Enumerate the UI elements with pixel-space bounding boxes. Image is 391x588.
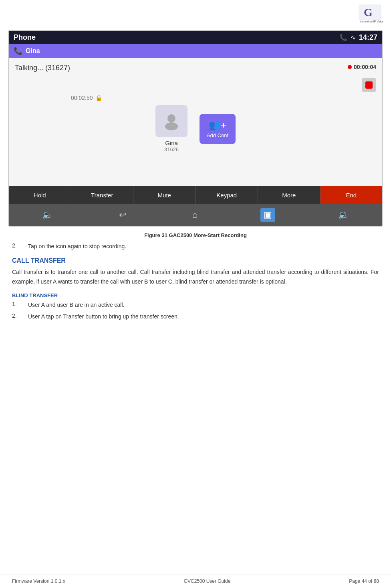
- caller-avatar-box: Gina 31626: [155, 105, 187, 152]
- topbar-right: 📞 ∿ 14:27: [339, 33, 377, 42]
- recording-indicator: 00:00:04: [348, 64, 376, 70]
- caller-name: Gina: [165, 140, 178, 146]
- hold-button[interactable]: Hold: [9, 186, 71, 204]
- back-icon[interactable]: ↩: [116, 208, 129, 222]
- mute-button[interactable]: Mute: [133, 186, 196, 204]
- call-tab-icon: 📞: [14, 47, 22, 55]
- caller-avatar: [155, 105, 187, 137]
- keypad-button[interactable]: Keypad: [196, 186, 258, 204]
- footer-guide: GVC2500 User Guide: [184, 578, 231, 584]
- call-tab[interactable]: 📞 Gina: [9, 44, 382, 58]
- call-icon: 📞: [339, 34, 347, 41]
- svg-point-3: [167, 114, 175, 122]
- step-2-text: Tap on the icon again to stop recording.: [28, 242, 126, 251]
- footer-page: Page 44 of 88: [349, 578, 379, 584]
- logo-wrapper: G Innovative IP Voice & Video: [335, 4, 383, 24]
- volume-down-icon[interactable]: 🔈: [39, 208, 56, 222]
- transfer-button[interactable]: Transfer: [71, 186, 134, 204]
- clock-display: 14:27: [359, 33, 377, 42]
- page-header: G Innovative IP Voice & Video: [0, 0, 391, 26]
- phone-screen: Phone 📞 ∿ 14:27 📞 Gina Talking... (31627…: [8, 30, 383, 227]
- call-content: Talking... (31627) 00:00:04 00:02:50 🔒: [9, 58, 382, 186]
- bottom-nav: 🔈 ↩ ⌂ ▣ 🔉: [9, 204, 382, 226]
- home-icon[interactable]: ⌂: [189, 208, 201, 222]
- call-transfer-paragraph: Call transfer is to transfer one call to…: [12, 268, 379, 287]
- call-transfer-heading: CALL TRANSFER: [12, 257, 379, 264]
- add-conf-icon: 👥+: [209, 120, 226, 131]
- step-2-num: 2.: [12, 242, 28, 251]
- call-timer-row: 00:02:50 🔒: [71, 95, 376, 101]
- call-timer: 00:02:50: [71, 95, 93, 101]
- action-buttons-row: Hold Transfer Mute Keypad More End: [9, 186, 382, 204]
- blind-step-1: 1. User A and user B are in an active ca…: [12, 301, 379, 309]
- page-footer: Firmware Version 1.0.1.x GVC2500 User Gu…: [0, 574, 391, 588]
- phone-title: Phone: [14, 33, 36, 42]
- lock-icon: 🔒: [95, 95, 102, 101]
- blind-step-2: 2. User A tap on Transfer button to brin…: [12, 312, 379, 321]
- footer-firmware: Firmware Version 1.0.1.x: [12, 578, 65, 584]
- caller-number: 31626: [164, 146, 179, 152]
- blind-step-1-num: 1.: [12, 301, 28, 309]
- svg-text:Innovative IP Voice & Video: Innovative IP Voice & Video: [360, 20, 383, 23]
- wifi-icon: ∿: [351, 34, 356, 41]
- doc-content: 2. Tap on the icon again to stop recordi…: [0, 242, 391, 321]
- end-button[interactable]: End: [320, 186, 383, 204]
- call-header-row: Talking... (31627) 00:00:04: [15, 64, 376, 72]
- grandstream-logo: G Innovative IP Voice & Video: [335, 4, 383, 24]
- blind-transfer-heading: BLIND TRANSFER: [12, 292, 379, 298]
- blind-step-2-num: 2.: [12, 312, 28, 321]
- figure-caption: Figure 31 GAC2500 More-Start Recording: [8, 232, 383, 238]
- step-2-item: 2. Tap on the icon again to stop recordi…: [12, 242, 379, 251]
- talking-label: Talking... (31627): [15, 64, 70, 72]
- recent-apps-icon[interactable]: ▣: [260, 208, 275, 222]
- blind-step-1-text: User A and user B are in an active call.: [28, 301, 124, 309]
- svg-point-4: [165, 122, 178, 130]
- rec-dot: [348, 65, 352, 69]
- add-conf-label: Add Conf: [207, 132, 228, 138]
- call-avatars: Gina 31626 👥+ Add Conf: [15, 105, 376, 152]
- rec-time: 00:00:04: [354, 64, 376, 70]
- caller-name-tab: Gina: [26, 47, 40, 55]
- stop-icon: [365, 81, 373, 89]
- stop-recording-button[interactable]: [362, 78, 376, 92]
- more-button[interactable]: More: [258, 186, 320, 204]
- svg-text:G: G: [364, 6, 373, 18]
- blind-step-2-text: User A tap on Transfer button to bring u…: [28, 312, 179, 321]
- volume-up-icon[interactable]: 🔉: [335, 208, 352, 222]
- phone-topbar: Phone 📞 ∿ 14:27: [9, 31, 382, 44]
- add-conference-button[interactable]: 👥+ Add Conf: [200, 114, 236, 144]
